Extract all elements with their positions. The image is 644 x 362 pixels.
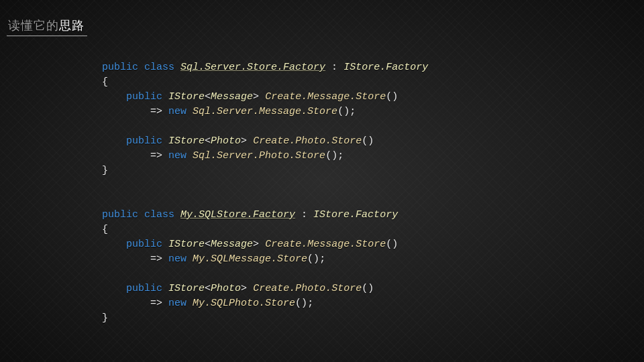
- kw-new: new: [168, 253, 186, 265]
- impl: My.SQLPhoto.Store: [193, 298, 295, 309]
- parens: (): [386, 91, 398, 103]
- arrow: =>: [150, 150, 162, 162]
- kw-new: new: [168, 106, 186, 117]
- parens: (): [337, 106, 350, 117]
- slide-title: 读懂它的思路: [7, 17, 87, 36]
- title-prefix: 读懂它的: [8, 19, 59, 32]
- kw-class: class: [144, 62, 174, 73]
- type-msg: Message: [211, 239, 253, 250]
- parens: (): [362, 135, 374, 147]
- lt: <: [205, 239, 211, 250]
- type-istore: IStore: [168, 91, 205, 103]
- class-name-1: Sql.Server.Store.Factory: [180, 62, 325, 73]
- kw-new: new: [168, 298, 186, 309]
- class-name-2: My.SQLStore.Factory: [180, 209, 295, 221]
- gt: >: [241, 283, 247, 294]
- type-photo: Photo: [211, 283, 241, 294]
- brace: {: [102, 224, 108, 235]
- kw-public: public: [126, 239, 162, 250]
- parens: (): [386, 239, 398, 250]
- impl: Sql.Server.Message.Store: [193, 106, 337, 117]
- lt: <: [205, 135, 211, 147]
- lt: <: [205, 283, 211, 294]
- iface: IStore.Factory: [343, 62, 428, 73]
- gt: >: [241, 135, 247, 147]
- type-istore: IStore: [168, 283, 205, 294]
- semi: ;: [319, 253, 325, 265]
- parens: (): [362, 283, 374, 294]
- brace: }: [102, 312, 108, 324]
- kw-public: public: [102, 62, 138, 73]
- kw-public: public: [126, 283, 162, 294]
- brace: {: [102, 76, 108, 88]
- brace: }: [102, 165, 108, 176]
- arrow: =>: [150, 298, 162, 309]
- kw-public: public: [126, 91, 162, 103]
- parens: (): [325, 150, 337, 162]
- slide: 读懂它的思路 public class Sql.Server.Store.Fac…: [0, 0, 644, 362]
- iface: IStore.Factory: [313, 209, 398, 221]
- title-emphasis: 思路: [59, 19, 85, 32]
- method: Create.Photo.Store: [253, 283, 362, 294]
- impl: My.SQLMessage.Store: [193, 253, 307, 265]
- method: Create.Message.Store: [265, 91, 386, 103]
- type-photo: Photo: [211, 135, 241, 147]
- colon: :: [295, 209, 313, 221]
- parens: (): [295, 298, 307, 309]
- kw-public: public: [102, 209, 138, 221]
- arrow: =>: [150, 253, 162, 265]
- kw-new: new: [168, 150, 186, 162]
- arrow: =>: [150, 106, 162, 117]
- impl: Sql.Server.Photo.Store: [193, 150, 325, 162]
- method: Create.Message.Store: [265, 239, 386, 250]
- semi: ;: [307, 298, 313, 309]
- type-istore: IStore: [168, 239, 205, 250]
- kw-class: class: [144, 209, 174, 221]
- gt: >: [253, 91, 259, 103]
- semi: ;: [337, 150, 343, 162]
- kw-public: public: [126, 135, 162, 147]
- type-msg: Message: [211, 91, 253, 103]
- colon: :: [325, 62, 343, 73]
- code-block: public class Sql.Server.Store.Factory : …: [102, 60, 428, 326]
- type-istore: IStore: [168, 135, 205, 147]
- lt: <: [205, 91, 211, 103]
- gt: >: [253, 239, 259, 250]
- semi: ;: [350, 106, 356, 117]
- parens: (): [307, 253, 319, 265]
- method: Create.Photo.Store: [253, 135, 362, 147]
